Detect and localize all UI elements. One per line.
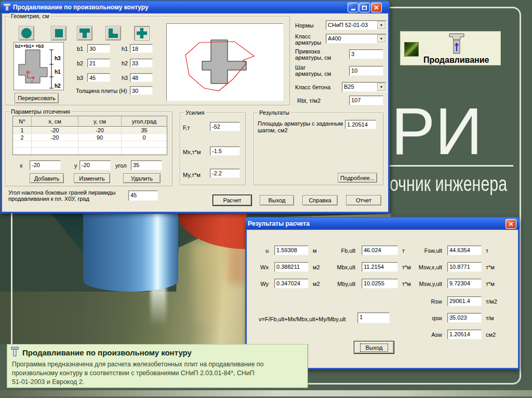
- wy-input[interactable]: 0.347024: [274, 279, 309, 289]
- contour-preview: [166, 23, 284, 101]
- circle-shape-icon: [21, 28, 32, 38]
- b3-input[interactable]: 45: [87, 73, 110, 82]
- rsw-input[interactable]: 29061.4: [447, 296, 482, 306]
- minimize-button[interactable]: [348, 3, 358, 12]
- my-label: My,т*м: [183, 172, 201, 178]
- concrete-class-combo[interactable]: В25▼: [342, 82, 387, 92]
- mx-label: Mx,т*м: [183, 149, 201, 155]
- report-button[interactable]: Отчет: [346, 195, 381, 205]
- asw-unit: см2: [486, 332, 496, 338]
- table-cell[interactable]: 90: [78, 134, 122, 141]
- maximize-button[interactable]: [359, 3, 370, 12]
- rebar-class-combo[interactable]: А400▼: [326, 34, 387, 44]
- calc-button[interactable]: Расчет: [213, 195, 251, 205]
- rbt-input[interactable]: 107: [349, 95, 383, 105]
- info-title: Продавливание по произвольному контуру: [22, 348, 192, 357]
- more-button[interactable]: Подробнее...: [338, 173, 377, 183]
- fbult-input[interactable]: 46.024: [362, 245, 398, 255]
- mbyult-label: Mby,ult: [323, 281, 355, 287]
- info-body-line1: Программа предназначена для расчета желе…: [12, 360, 313, 369]
- area-input[interactable]: 1.20514: [345, 120, 376, 129]
- b1-input[interactable]: 30: [87, 44, 110, 53]
- y-coord-input[interactable]: -20: [79, 160, 111, 170]
- v-input[interactable]: 1: [357, 312, 390, 323]
- h1-input[interactable]: 18: [130, 44, 153, 53]
- my-input[interactable]: -2.2: [210, 169, 240, 178]
- h3-label: h3: [122, 75, 128, 81]
- norms-combo-arrow[interactable]: ▼: [377, 21, 385, 29]
- x-coord-label: x: [20, 162, 23, 169]
- wx-input[interactable]: 0.388211: [274, 262, 309, 272]
- redraw-button[interactable]: Перерисовать: [15, 93, 59, 103]
- results-titlebar[interactable]: Результаты расчета: [245, 217, 520, 230]
- mswyult-input[interactable]: 9.72304: [447, 279, 482, 289]
- angle-input[interactable]: 35: [131, 160, 162, 170]
- ell-shape-button[interactable]: [105, 26, 121, 40]
- fbult-unit: т: [402, 248, 405, 254]
- x-coord-input[interactable]: -20: [30, 160, 61, 170]
- fswult-unit: т: [486, 248, 488, 254]
- f-label: F,т: [183, 125, 190, 131]
- mbyult-input[interactable]: 10.0255: [362, 279, 398, 289]
- rsw-unit: т/м2: [486, 298, 497, 305]
- qsw-input[interactable]: 35.023: [447, 313, 482, 323]
- square-shape-button[interactable]: [51, 26, 66, 40]
- concrete-class-combo-arrow[interactable]: ▼: [377, 83, 385, 91]
- table-cell[interactable]: 2: [13, 134, 32, 141]
- brand-box: Продавливание: [400, 31, 501, 65]
- delete-button[interactable]: Удалить: [123, 173, 161, 183]
- add-button[interactable]: Добавить: [30, 173, 64, 183]
- table-cell[interactable]: -20: [78, 127, 122, 134]
- f-input[interactable]: -52: [210, 122, 240, 131]
- h1-label: h1: [122, 46, 128, 52]
- mswxult-label: Msw,x,ult: [406, 264, 442, 270]
- concrete-class-combo-value: В25: [344, 84, 354, 90]
- svg-text:h3: h3: [55, 56, 61, 61]
- asw-input[interactable]: 1.20514: [447, 330, 482, 339]
- thickness-input[interactable]: 30: [130, 86, 153, 95]
- slope-input[interactable]: 45: [128, 190, 158, 201]
- results-close-button[interactable]: ✕: [506, 219, 516, 229]
- table-cell[interactable]: 0: [122, 134, 167, 141]
- edit-button[interactable]: Изменить: [74, 173, 110, 183]
- mx-input[interactable]: -1.5: [210, 146, 240, 156]
- u-input[interactable]: 1.59308: [274, 245, 309, 255]
- h2-input[interactable]: 33: [130, 59, 153, 67]
- cross-shape-icon: [137, 28, 147, 38]
- redraw-button-label: Перерисовать: [18, 95, 56, 101]
- mswxult-input[interactable]: 10.8771: [447, 262, 482, 272]
- mbxult-input[interactable]: 11.2154: [362, 262, 398, 272]
- info-column-icon: [11, 347, 19, 356]
- fswult-input[interactable]: 44.6354: [447, 245, 482, 255]
- slide-big-letters: РИ: [391, 98, 483, 164]
- table-cell[interactable]: -20: [32, 127, 78, 134]
- tee-shape-icon: [79, 29, 90, 38]
- norms-combo[interactable]: СНиП 52-01-03▼: [326, 20, 387, 30]
- cross-shape-button[interactable]: [134, 26, 150, 40]
- cut-params-table[interactable]: N° x, см y, см угол,град 1 -20 -20 35 2 …: [12, 116, 167, 155]
- close-button[interactable]: ✕: [371, 3, 382, 12]
- asw-label: Asw: [406, 332, 442, 338]
- info-body-line3: 51-01-2003 и Еврокод 2.: [12, 378, 313, 387]
- help-button[interactable]: Справка: [302, 195, 338, 205]
- exit-button[interactable]: Выход: [260, 195, 294, 205]
- table-cell[interactable]: 1: [13, 127, 32, 134]
- b2-input[interactable]: 21: [87, 59, 110, 67]
- report-button-label: Отчет: [356, 197, 371, 203]
- rebar-step-input[interactable]: 10: [349, 66, 383, 76]
- y-coord-label: y: [74, 162, 77, 169]
- rebar-class-combo-arrow[interactable]: ▼: [377, 35, 385, 43]
- h3-input[interactable]: 48: [130, 73, 153, 82]
- square-shape-icon: [55, 29, 63, 37]
- main-titlebar[interactable]: Продавливание по произвольному контуру: [1, 1, 390, 13]
- rebar-anchor-label: Привязка арматуры, см: [295, 48, 337, 61]
- results-exit-button[interactable]: Выход: [354, 341, 394, 354]
- tee-shape-button[interactable]: [77, 26, 92, 40]
- table-cell[interactable]: -20: [32, 134, 78, 141]
- mswxult-unit: т*м: [486, 264, 495, 270]
- circle-shape-button[interactable]: [19, 26, 34, 40]
- table-cell[interactable]: 35: [122, 127, 167, 134]
- rebar-anchor-input[interactable]: 3: [349, 49, 383, 59]
- wy-unit: м2: [313, 281, 320, 287]
- b2-label: b2: [77, 60, 83, 66]
